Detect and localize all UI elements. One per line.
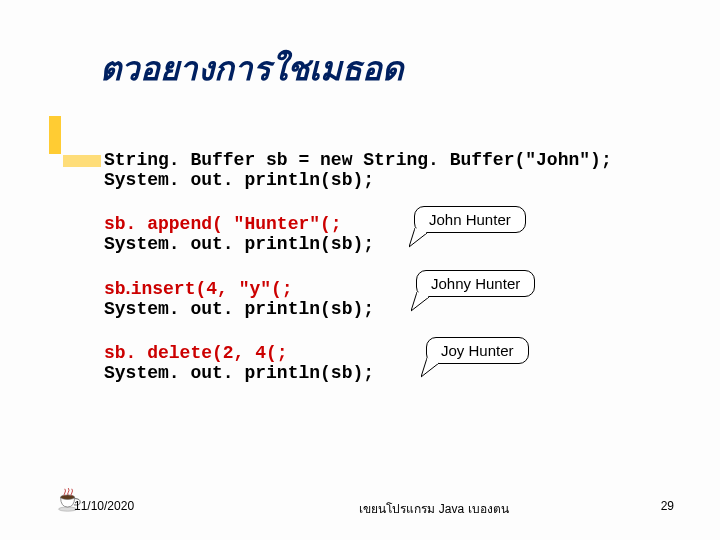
- code-line: sb. append( "Hunter"(;: [104, 214, 664, 234]
- code-line: sb. delete(2, 4(;: [104, 343, 664, 363]
- code-method-call: sb. delete(2, 4(;: [104, 343, 288, 363]
- callout-tail-icon: [421, 355, 451, 379]
- code-block-1: String. Buffer sb = new String. Buffer("…: [104, 150, 664, 190]
- code-block-4: sb. delete(2, 4(; System. out. println(s…: [104, 343, 664, 383]
- code-line: System. out. println(sb);: [104, 234, 664, 254]
- code-line: System. out. println(sb);: [104, 170, 664, 190]
- footer-date: 11/10/2020: [74, 499, 254, 518]
- code-line: System. out. println(sb);: [104, 363, 664, 383]
- title-wrap: ตวอยางการใชเมธอด: [100, 42, 403, 95]
- code-line: String. Buffer sb = new String. Buffer("…: [104, 150, 664, 170]
- footer-center: เขยนโปรแกรม Java เบองตน: [254, 499, 614, 518]
- accent-block-vertical: [49, 116, 61, 154]
- code-method-call: sb. append( "Hunter"(;: [104, 214, 342, 234]
- callout-tail-icon: [409, 225, 439, 249]
- code-token: insert(4, "y"(;: [131, 279, 293, 299]
- code-line: System. out. println(sb);: [104, 299, 664, 319]
- code-block-2: sb. append( "Hunter"(; System. out. prin…: [104, 214, 664, 254]
- accent-block-horizontal: [63, 155, 101, 167]
- footer-page: 29: [614, 499, 674, 518]
- callout-text: Johny Hunter: [431, 275, 520, 292]
- callout-tail-icon: [411, 289, 441, 313]
- footer: 11/10/2020 เขยนโปรแกรม Java เบองตน 29: [74, 499, 674, 518]
- code-token: sb: [104, 279, 126, 299]
- svg-point-4: [61, 495, 75, 499]
- code-block-3: sb.insert(4, "y"(; System. out. println(…: [104, 278, 664, 319]
- page-title: ตวอยางการใชเมธอด: [100, 42, 403, 95]
- callout-text: Joy Hunter: [441, 342, 514, 359]
- code-line: sb.insert(4, "y"(;: [104, 278, 664, 299]
- code-content: String. Buffer sb = new String. Buffer("…: [104, 150, 664, 407]
- callout-text: John Hunter: [429, 211, 511, 228]
